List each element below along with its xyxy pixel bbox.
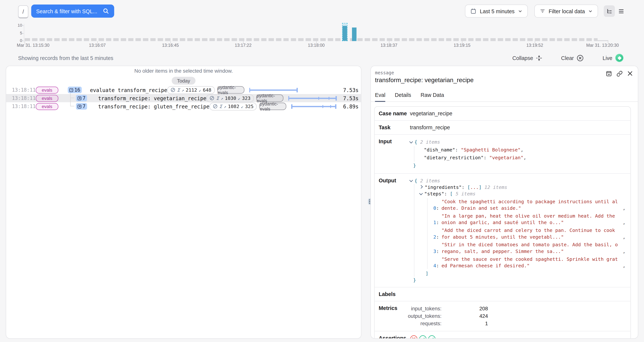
output-tokens-count: 648 (203, 87, 212, 93)
axis-tail-line (598, 40, 608, 41)
assertion-fail-icon[interactable] (410, 335, 418, 339)
assertions-row: Assertions (374, 332, 630, 339)
span-count-badge[interactable]: 7 (76, 103, 87, 110)
top-bar-right-controls: Last 5 minutes Filter local data (465, 4, 627, 18)
top-bar: / Search & filter with SQL... Last 5 min… (0, 0, 644, 22)
chevron-down-icon (518, 9, 522, 13)
duration-text: 6.89s (340, 103, 361, 109)
clear-button[interactable]: Clear (559, 54, 586, 62)
collapsed-ellipsis[interactable]: ... (470, 184, 479, 190)
trace-row[interactable]: 13:18:11 evals 7 transform_recipe: glute… (6, 102, 361, 110)
evals-tag: evals (36, 103, 58, 110)
token-usage-pill: 1082 325 (210, 102, 257, 110)
live-button[interactable]: Live (600, 54, 626, 62)
trace-row-selected[interactable]: 13:18:11 evals 7 transform_recipe: veget… (6, 94, 361, 102)
archive-icon[interactable] (606, 70, 612, 77)
input-tokens-count: 1082 (228, 104, 239, 109)
records-timeline-chart: 10 5 0 Mar 31. 13:15:30 13:16:07 13:16:4… (0, 22, 644, 50)
filter-local-data-dropdown[interactable]: Filter local data (534, 4, 598, 18)
showing-records-text: Showing records from the last 5 minutes (18, 55, 113, 61)
tab-details[interactable]: Details (395, 92, 411, 102)
collapse-button[interactable]: Collapse (510, 54, 544, 61)
tab-eval[interactable]: Eval (375, 92, 385, 102)
assertions-label: Assertions (374, 332, 410, 339)
y-tick-0: 0 (6, 38, 22, 43)
collapse-chevron-icon[interactable] (410, 178, 413, 182)
scope-tag: pydantic-evals (260, 103, 286, 110)
trace-rows: 13:18:11 evals 16 evaluate transform_rec… (6, 86, 361, 110)
x-tick-label: Mar 31. 13:15:30 (17, 43, 50, 48)
assertion-pass-icon[interactable] (419, 335, 427, 339)
case-name-row: Case name vegetarian_recipe (374, 107, 630, 121)
duration-bar (249, 87, 298, 92)
token-usage-pill: 1030 323 (206, 94, 254, 102)
case-name-value: vegetarian_recipe (410, 107, 630, 120)
x-tick-label: 13:19:52 (526, 43, 543, 48)
assertion-pass-icon[interactable] (428, 335, 436, 339)
tree-view-toggle-button[interactable] (604, 6, 615, 17)
close-icon[interactable] (627, 70, 633, 76)
x-tick-label: 13:16:45 (162, 43, 179, 48)
output-json-tree: {2 items ingredients: [...]12 items step… (410, 174, 630, 287)
step-item: 3:Stir in the diced tomatoes and tomato … (431, 242, 626, 255)
labels-label: Labels (374, 288, 410, 301)
app-root: / Search & filter with SQL... Last 5 min… (0, 0, 644, 342)
span-name: evaluate transform_recipe (90, 87, 167, 93)
search-button[interactable]: Search & filter with SQL... (31, 4, 114, 18)
collapse-label: Collapse (512, 55, 533, 61)
output-tokens-icon (199, 87, 201, 93)
histogram-bar[interactable] (352, 28, 356, 41)
scope-tag: pydantic-evals (217, 86, 244, 94)
clear-circle-x-icon (577, 54, 584, 61)
token-usage-pill: 2112 648 (167, 86, 215, 94)
histogram-bar-selected[interactable] (342, 23, 347, 41)
x-tick-label: 13:17:22 (235, 43, 252, 48)
list-view-toggle-button[interactable] (616, 6, 627, 17)
expand-plus-icon (78, 96, 82, 100)
filter-label: Filter local data (548, 8, 585, 14)
items-count-note: 12 items (484, 184, 507, 190)
close-brace: } (413, 162, 416, 168)
span-count-badge[interactable]: 7 (76, 95, 87, 101)
detail-tabs: Eval Details Raw Data (371, 92, 638, 102)
histogram-bar-solid (342, 26, 347, 40)
chevron-down-icon (588, 9, 592, 13)
task-value: transform_recipe (410, 121, 630, 134)
task-label: Task (374, 121, 410, 134)
task-row: Task transform_recipe (374, 121, 630, 135)
step-item: 1:In a large pan, heat the olive oil ove… (431, 213, 626, 226)
empty-buckets-baseline (24, 38, 598, 41)
list-view-icon (618, 8, 624, 14)
input-tokens-icon (224, 104, 226, 109)
trace-row[interactable]: 13:18:11 evals 16 evaluate transform_rec… (6, 86, 361, 94)
time-range-dropdown[interactable]: Last 5 minutes (465, 4, 528, 18)
input-json-tree: {2 items dish_name: Spaghetti Bolognese,… (410, 135, 630, 173)
copy-link-icon[interactable] (616, 70, 622, 77)
x-tick-label: 13:18:37 (380, 43, 397, 48)
step-item: 2:Add the diced carrot and celery to the… (431, 227, 626, 240)
eval-detail-table: Case name vegetarian_recipe Task transfo… (374, 106, 631, 339)
live-indicator-icon (615, 54, 624, 62)
labels-value (410, 288, 630, 301)
span-count-badge[interactable]: 16 (68, 86, 82, 93)
collapse-chevron-icon[interactable] (419, 192, 423, 195)
span-count: 7 (82, 95, 86, 101)
input-tokens-icon (221, 95, 223, 101)
span-name: transform_recipe: vegetarian_recipe (98, 95, 206, 101)
token-coin-icon (210, 96, 214, 100)
close-brace: } (413, 277, 416, 283)
collapse-chevron-icon[interactable] (410, 140, 413, 144)
sum-icon (216, 95, 219, 101)
y-tick-10: 10 (6, 24, 22, 28)
json-entry: dietary_restriction: vegetarian, (424, 154, 626, 162)
output-row: Output {2 items ingredients: [...]12 ite… (374, 174, 630, 288)
expand-chevron-icon[interactable] (419, 185, 423, 189)
empty-window-notice: No older items in the selected time wind… (6, 68, 361, 74)
clear-label: Clear (561, 55, 574, 61)
calendar-icon (470, 8, 476, 14)
duration-bar (292, 104, 340, 109)
output-label: Output (374, 174, 410, 287)
span-count: 7 (82, 104, 86, 109)
tab-raw-data[interactable]: Raw Data (420, 92, 444, 102)
tree-view-icon (606, 8, 612, 14)
